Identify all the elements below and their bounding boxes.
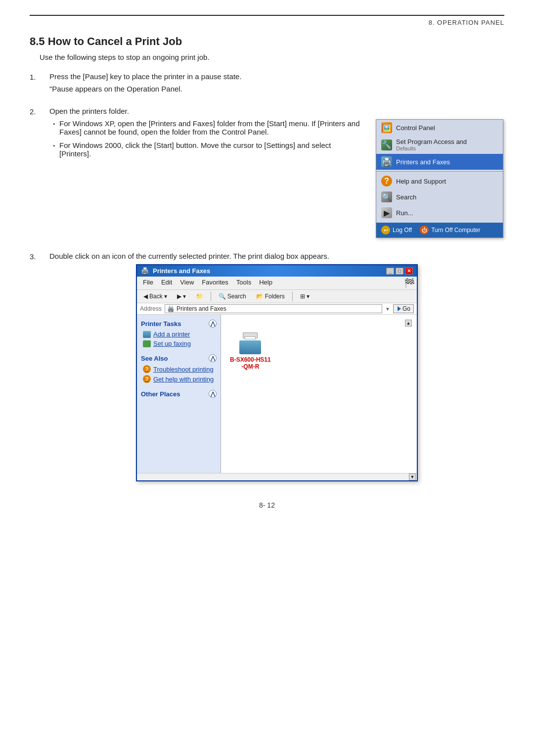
printer-big-icon	[238, 332, 262, 354]
bullet-dot-1: ・	[49, 119, 59, 136]
address-bar: Address 🖨️ Printers and Faxes ▼ Go	[137, 303, 417, 315]
menu-edit[interactable]: Edit	[157, 278, 176, 288]
help-icon: ?	[381, 176, 392, 187]
step-2-num: 2.	[30, 107, 49, 238]
toolbar-separator	[211, 291, 211, 301]
printer-tasks-section: Printer Tasks ⋀ Add a printer Set up fax…	[141, 320, 217, 347]
get-help-icon: ?	[143, 375, 151, 383]
step-3-content: Double click on an icon of the currently…	[49, 252, 504, 481]
menu-view[interactable]: View	[176, 278, 198, 288]
scroll-up-btn[interactable]: ▲	[405, 320, 412, 327]
step-3-text: Double click on an icon of the currently…	[49, 252, 504, 260]
window-title: Printers and Faxes	[153, 267, 210, 275]
see-also-collapse[interactable]: ⋀	[209, 354, 217, 362]
step-3: 3. Double click on an icon of the curren…	[30, 252, 504, 481]
forward-dropdown-icon: ▾	[183, 293, 186, 300]
minimize-button[interactable]: _	[386, 268, 394, 275]
start-menu-item-run[interactable]: ▶ Run...	[376, 205, 503, 221]
printers-faxes-label: Printers and Faxes	[396, 158, 450, 166]
setup-faxing-link[interactable]: Set up faxing	[141, 340, 217, 347]
set-program-icon: 🔧	[381, 140, 392, 150]
close-button[interactable]: ✕	[405, 268, 413, 275]
start-menu-item-set-program[interactable]: 🔧 Set Program Access and Defaults	[376, 136, 503, 154]
step-2-text: Open the printers folder.	[49, 107, 504, 115]
turnoff-label: Turn Off Computer	[431, 227, 480, 234]
top-label: 8. OPERATION PANEL	[30, 19, 504, 26]
printer-body	[239, 340, 261, 354]
start-menu-item-printers-faxes[interactable]: 🖨️ Printers and Faxes	[376, 154, 503, 170]
search-button[interactable]: 🔍 Search	[215, 291, 250, 301]
step-1-num: 1.	[30, 72, 49, 93]
view-button[interactable]: ⊞ ▾	[297, 291, 313, 301]
go-button[interactable]: Go	[393, 304, 414, 313]
folders-button[interactable]: 📂 Folders	[253, 291, 288, 301]
back-button[interactable]: ◀ Back ▾	[140, 291, 171, 301]
window-body: Printer Tasks ⋀ Add a printer Set up fax…	[137, 315, 417, 473]
search-label: Search	[396, 193, 416, 201]
window-titlebar-buttons: _ □ ✕	[386, 268, 413, 275]
step-3-num: 3.	[30, 252, 49, 481]
printer-name-label: B-SX600-HS11-QM-R	[230, 356, 271, 370]
see-also-section: See Also ⋀ ? Troubleshoot printing ? Get…	[141, 354, 217, 383]
forward-button[interactable]: ▶ ▾	[174, 291, 189, 301]
forward-arrow-icon: ▶	[177, 293, 181, 300]
turnoff-btn[interactable]: ⏻ Turn Off Computer	[420, 226, 480, 235]
window-main: ▲ B-SX600-HS11-QM-R	[221, 315, 417, 473]
menu-file[interactable]: File	[139, 278, 157, 288]
address-field[interactable]: 🖨️ Printers and Faxes	[165, 304, 382, 313]
menu-favorites[interactable]: Favorites	[198, 278, 232, 288]
menu-help[interactable]: Help	[255, 278, 276, 288]
window-titlebar: 🖨️ Printers and Faxes _ □ ✕	[137, 265, 417, 277]
troubleshoot-link[interactable]: ? Troubleshoot printing	[141, 365, 217, 373]
step-1: 1. Press the [Pause] key to place the pr…	[30, 72, 504, 93]
logoff-btn[interactable]: ↩ Log Off	[381, 226, 412, 235]
logoff-label: Log Off	[393, 227, 412, 234]
bullet-dot-2: ・	[49, 141, 59, 158]
printer-tasks-collapse[interactable]: ⋀	[209, 320, 217, 328]
folders-nav-button[interactable]: 📁	[192, 291, 207, 301]
printers-faxes-icon: 🖨️	[381, 156, 392, 167]
go-label: Go	[402, 305, 410, 312]
bullet-1-text: For Windows XP, open the [Printers and F…	[59, 119, 364, 136]
add-printer-link[interactable]: Add a printer	[141, 331, 217, 338]
start-menu-item-control-panel[interactable]: 🖼️ Control Panel	[376, 120, 503, 136]
logoff-icon: ↩	[381, 226, 390, 235]
address-dropdown-icon: ▼	[385, 306, 390, 312]
start-menu-item-search[interactable]: 🔍 Search	[376, 189, 503, 205]
windows-flag-icon: 🏁	[404, 278, 415, 288]
maximize-button[interactable]: □	[396, 268, 403, 275]
back-label: Back	[149, 293, 163, 300]
start-menu-bottom: ↩ Log Off ⏻ Turn Off Computer	[376, 223, 503, 237]
step-1-text: Press the [Pause] key to place the print…	[49, 72, 504, 81]
printer-tasks-title: Printer Tasks ⋀	[141, 320, 217, 328]
other-places-collapse[interactable]: ⋀	[209, 390, 217, 398]
printer-icon-item[interactable]: B-SX600-HS11-QM-R	[226, 329, 275, 374]
control-panel-label: Control Panel	[396, 124, 435, 132]
back-dropdown-icon: ▾	[164, 293, 167, 300]
window-menubar: File Edit View Favorites Tools Help 🏁	[137, 277, 417, 290]
other-places-section: Other Places ⋀	[141, 390, 217, 398]
see-also-title: See Also ⋀	[141, 354, 217, 362]
run-icon: ▶	[381, 207, 392, 218]
step-1-subtext: "Pause appears on the Operation Panel.	[49, 85, 504, 93]
get-help-link[interactable]: ? Get help with printing	[141, 375, 217, 383]
search-label: Search	[227, 293, 246, 300]
scroll-down-btn[interactable]: ▼	[409, 473, 416, 480]
control-panel-icon: 🖼️	[381, 122, 392, 133]
start-menu-item-help[interactable]: ? Help and Support	[376, 173, 503, 189]
help-label: Help and Support	[396, 178, 446, 185]
address-label: Address	[140, 305, 162, 312]
run-label: Run...	[396, 209, 413, 217]
start-menu: 🖼️ Control Panel 🔧 Set Program Access an…	[376, 119, 503, 238]
other-places-title: Other Places ⋀	[141, 390, 217, 398]
bullet-2-text: For Windows 2000, click the [Start] butt…	[59, 141, 364, 158]
address-printer-icon: 🖨️	[167, 305, 175, 312]
window-scrollbar-bottom: ▼	[137, 473, 417, 480]
section-intro: Use the following steps to stop an ongoi…	[40, 53, 504, 61]
search-icon: 🔍	[381, 191, 392, 202]
menu-tools[interactable]: Tools	[232, 278, 255, 288]
troubleshoot-icon: ?	[143, 365, 151, 373]
step-2-content: Open the printers folder. ・ For Windows …	[49, 107, 504, 238]
fax-icon	[143, 340, 151, 347]
set-program-label: Set Program Access and Defaults	[396, 138, 467, 151]
